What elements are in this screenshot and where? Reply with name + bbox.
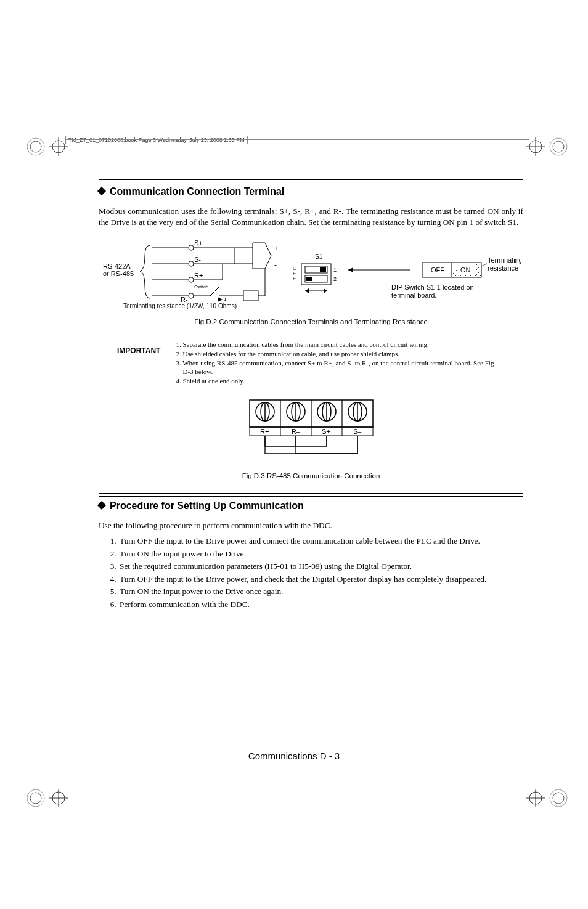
svg-rect-64 xyxy=(306,277,312,281)
svg-point-23 xyxy=(189,245,194,250)
svg-text:S+: S+ xyxy=(322,428,330,435)
svg-text:RS-422A: RS-422A xyxy=(103,263,131,270)
svg-text:S1: S1 xyxy=(315,253,323,260)
svg-text:ON: ON xyxy=(460,266,471,274)
svg-line-45 xyxy=(210,287,219,296)
svg-text:OFF: OFF xyxy=(431,266,444,274)
svg-rect-62 xyxy=(320,267,326,272)
diamond-icon xyxy=(97,501,106,510)
svg-marker-39 xyxy=(253,243,271,269)
figure-d2-caption: Fig D.2 Communication Connection Termina… xyxy=(99,318,523,325)
list-item: Turn ON the input power to the Drive. xyxy=(118,548,523,561)
important-notes: 1. Separate the communication cables fro… xyxy=(176,339,494,387)
registration-mark-bottom-right-icon xyxy=(526,786,570,810)
section1-paragraph: Modbus communication uses the following … xyxy=(99,206,523,228)
section-heading-procedure: Procedure for Setting Up Communication xyxy=(99,500,523,512)
svg-rect-49 xyxy=(243,291,258,301)
svg-point-25 xyxy=(189,261,194,266)
svg-text:resistance: resistance xyxy=(488,264,518,272)
figure-d2: RS-422A or RS-485 S+ S- R+ R- xyxy=(99,238,523,325)
svg-marker-52 xyxy=(218,297,223,302)
svg-text:S-: S- xyxy=(194,256,201,263)
svg-text:R–: R– xyxy=(292,428,301,435)
list-item: Turn OFF the input to the Drive power, a… xyxy=(118,573,523,586)
svg-text:DIP Switch S1-1 located on: DIP Switch S1-1 located on xyxy=(391,283,474,291)
svg-rect-60 xyxy=(301,264,331,285)
svg-point-1 xyxy=(27,138,44,155)
svg-text:-: - xyxy=(274,261,277,269)
figure-d2-svg: RS-422A or RS-485 S+ S- R+ R- xyxy=(102,238,521,312)
svg-text:Terminating resistance (1/2W, : Terminating resistance (1/2W, 110 Ohms) xyxy=(123,303,237,309)
svg-text:2: 2 xyxy=(333,276,337,282)
list-item: Turn OFF the input to the Drive power an… xyxy=(118,535,523,548)
section-rule xyxy=(99,179,523,182)
svg-line-87 xyxy=(481,264,487,266)
page-footer: Communications D - 3 xyxy=(0,751,588,761)
list-item: Perform communication with the DDC. xyxy=(118,598,523,611)
print-header-rule xyxy=(65,139,529,140)
svg-text:terminal board.: terminal board. xyxy=(391,291,436,299)
svg-text:S+: S+ xyxy=(194,239,203,247)
figure-d3-svg: R+ R– S+ S– xyxy=(247,398,376,466)
figure-d3-caption: Fig D.3 RS-485 Communication Connection xyxy=(99,472,523,479)
svg-text:R+: R+ xyxy=(260,428,269,435)
svg-point-0 xyxy=(30,141,41,152)
registration-mark-top-right-icon xyxy=(526,134,570,159)
svg-point-18 xyxy=(553,793,564,804)
svg-text:F: F xyxy=(293,275,296,281)
svg-point-11 xyxy=(27,789,44,807)
section-heading-connection: Communication Connection Terminal xyxy=(99,186,523,197)
important-divider xyxy=(168,339,168,387)
svg-point-10 xyxy=(30,793,41,804)
svg-point-9 xyxy=(550,138,567,155)
figure-d3: R+ R– S+ S– xyxy=(99,398,523,479)
svg-text:1: 1 xyxy=(333,267,337,273)
svg-text:Terminating: Terminating xyxy=(488,256,521,264)
svg-marker-71 xyxy=(348,267,353,272)
svg-text:Switch: Switch xyxy=(194,284,209,290)
registration-mark-bottom-left-icon xyxy=(25,786,68,810)
svg-text:or RS-485: or RS-485 xyxy=(103,270,134,277)
svg-point-19 xyxy=(550,789,567,807)
important-label: IMPORTANT xyxy=(117,339,160,387)
section2-intro: Use the following procedure to perform c… xyxy=(99,520,523,531)
print-header: TM_E7_01_07182008.book Page 3 Wednesday,… xyxy=(65,137,248,143)
procedure-list: Turn OFF the input to the Drive power an… xyxy=(99,535,523,611)
svg-point-29 xyxy=(189,293,194,298)
svg-point-8 xyxy=(553,141,564,152)
svg-marker-69 xyxy=(324,288,327,293)
diamond-icon xyxy=(97,187,106,195)
svg-text:S–: S– xyxy=(353,428,362,435)
list-item: Turn ON the input power to the Drive onc… xyxy=(118,585,523,598)
important-block: IMPORTANT 1. Separate the communication … xyxy=(117,339,505,387)
list-item: Set the required communication parameter… xyxy=(118,560,523,573)
svg-marker-68 xyxy=(305,288,309,293)
svg-point-27 xyxy=(189,277,194,282)
svg-text:1: 1 xyxy=(224,296,227,302)
section-rule xyxy=(99,493,523,497)
svg-text:R+: R+ xyxy=(194,272,203,279)
svg-text:+: + xyxy=(274,245,278,251)
registration-mark-top-left-icon xyxy=(25,134,68,159)
